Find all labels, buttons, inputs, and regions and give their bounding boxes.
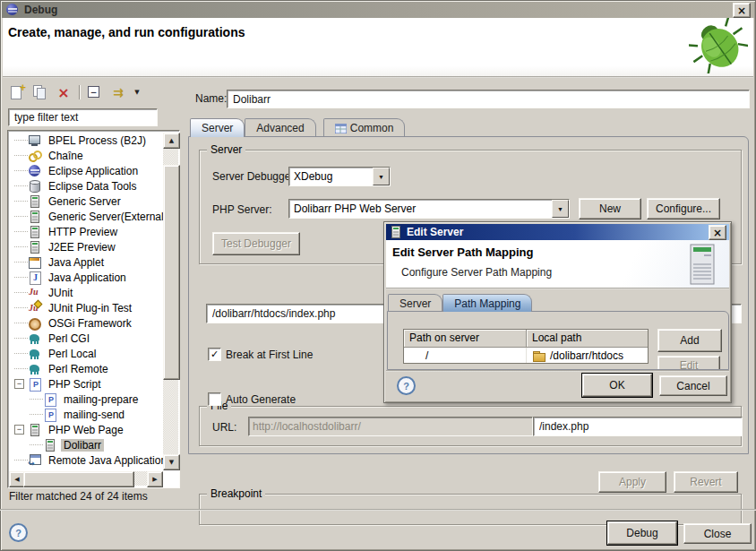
tab-common[interactable]: Common — [323, 118, 406, 137]
tree-item-label: Chaîne — [46, 150, 86, 162]
filter-input[interactable] — [13, 110, 153, 125]
tree-item-label: J2EE Preview — [46, 241, 118, 254]
tree-vertical-scrollbar[interactable]: ▲ ▼ — [163, 133, 178, 470]
tree-item-php-script[interactable]: −PHP Script — [9, 376, 163, 392]
tree-item-label: Perl Local — [46, 348, 99, 360]
osgi-icon — [28, 316, 42, 331]
url-path-input[interactable] — [537, 419, 738, 434]
edit-mapping-button[interactable]: Edit — [657, 356, 720, 370]
tree-guide-line — [14, 368, 28, 370]
collapse-all-icon[interactable] — [85, 83, 105, 101]
tree-expander-minus-icon[interactable]: − — [14, 379, 24, 389]
tree-guide-line — [14, 292, 28, 294]
tree-guide-line — [14, 353, 28, 355]
column-local-path[interactable]: Local path — [527, 330, 648, 348]
filter-dropdown-arrow-icon[interactable]: ▼ — [132, 83, 142, 101]
tree-item-cha-ne[interactable]: Chaîne — [9, 148, 163, 163]
footer-separator — [0, 509, 756, 511]
tree-item-junit-plug-in-test[interactable]: JUnit Plug-in Test — [9, 300, 163, 315]
tree-item-eclipse-data-tools[interactable]: Eclipse Data Tools — [9, 178, 163, 194]
configurations-toolbar: × ⇉ ▼ — [7, 82, 142, 102]
tab-server[interactable]: Server — [190, 118, 245, 137]
chain-icon — [28, 149, 42, 163]
database-icon — [28, 179, 42, 194]
ok-button[interactable]: OK — [582, 374, 652, 397]
tree-item-mailing-prepare[interactable]: mailing-prepare — [9, 392, 163, 407]
tree-item-osgi-framework[interactable]: OSGi Framework — [9, 315, 163, 331]
window-close-button[interactable]: × — [733, 3, 751, 18]
tree-item-perl-local[interactable]: Perl Local — [9, 346, 163, 361]
filter-icon[interactable]: ⇉ — [108, 83, 128, 101]
java-icon — [28, 271, 42, 285]
break-first-line-checkbox[interactable]: ✓ — [208, 348, 221, 361]
delete-config-icon[interactable]: × — [54, 83, 73, 101]
tree-item-java-applet[interactable]: Java Applet — [9, 254, 163, 270]
tree-horizontal-scrollbar[interactable]: ◀ ▶ — [9, 471, 163, 486]
name-input[interactable] — [231, 92, 745, 107]
applet-icon — [28, 255, 42, 270]
tree-scrollbar-thumb[interactable] — [163, 165, 180, 380]
tree-guide-line — [14, 262, 28, 263]
tree-item-bpel-process-b2j[interactable]: BPEL Process (B2J) — [9, 133, 163, 148]
tree-item-generic-server[interactable]: Generic Server — [9, 194, 163, 209]
test-debugger-button[interactable]: Test Debugger — [212, 232, 300, 255]
path-mapping-row[interactable]: //dolibarr/htdocs — [404, 348, 648, 363]
window-titlebar[interactable]: Debug × — [2, 2, 754, 18]
tab-dialog-server[interactable]: Server — [388, 294, 442, 312]
tree-item-java-application[interactable]: Java Application — [9, 270, 163, 285]
close-button[interactable]: Close — [683, 523, 752, 544]
tree-item-label: mailing-send — [61, 409, 127, 421]
tree-guide-line — [30, 414, 43, 416]
edit-server-heading: Edit Server Path Mapping — [392, 245, 533, 259]
php-icon — [28, 377, 42, 392]
edit-server-dialog: Edit Server × Edit Server Path Mapping C… — [383, 221, 732, 403]
configurations-tree-panel: BPEL Process (B2J)ChaîneEclipse Applicat… — [7, 130, 180, 488]
tree-item-generic-server-external-la[interactable]: Generic Server(External La — [9, 209, 163, 224]
column-path-on-server[interactable]: Path on server — [404, 330, 527, 348]
chevron-down-icon[interactable]: ▼ — [552, 200, 569, 218]
tree-item-perl-remote[interactable]: Perl Remote — [9, 361, 163, 376]
php-server-combo[interactable]: Dolibarr PHP Web Server ▼ — [288, 199, 570, 219]
auto-generate-checkbox[interactable] — [208, 392, 221, 406]
junit-plugin-icon — [28, 301, 42, 315]
tree-item-junit[interactable]: JUnit — [9, 285, 163, 300]
add-mapping-button[interactable]: Add — [657, 329, 722, 352]
debug-button[interactable]: Debug — [607, 521, 677, 545]
scroll-up-arrow-icon[interactable]: ▲ — [163, 133, 180, 149]
tree-item-http-preview[interactable]: HTTP Preview — [9, 224, 163, 239]
server-icon — [28, 240, 42, 254]
edit-server-close-button[interactable]: × — [709, 225, 726, 240]
server-debugger-combo[interactable]: XDebug ▼ — [288, 167, 391, 186]
new-server-button[interactable]: New — [579, 198, 641, 220]
scroll-down-arrow-icon[interactable]: ▼ — [163, 454, 180, 470]
tree-item-remote-java-application[interactable]: Remote Java Application — [9, 452, 163, 468]
tab-path-mapping[interactable]: Path Mapping — [442, 294, 532, 312]
edit-server-help-icon[interactable]: ? — [397, 376, 416, 395]
tree-item-dolibarr[interactable]: Dolibarr — [9, 437, 163, 452]
help-icon[interactable]: ? — [9, 523, 28, 542]
configure-server-button[interactable]: Configure... — [647, 198, 720, 220]
apply-button[interactable]: Apply — [598, 471, 666, 493]
edit-server-subheading: Configure Server Path Mapping — [401, 266, 552, 279]
tree-item-mailing-send[interactable]: mailing-send — [9, 407, 163, 422]
duplicate-config-icon[interactable] — [30, 83, 50, 101]
tab-advanced[interactable]: Advanced — [245, 118, 315, 137]
name-label: Name: — [195, 92, 227, 105]
cancel-button[interactable]: Cancel — [659, 375, 727, 396]
scroll-right-arrow-icon[interactable]: ▶ — [147, 471, 163, 487]
tree-hscrollbar-thumb[interactable] — [23, 471, 134, 487]
tree-item-perl-cgi[interactable]: Perl CGI — [9, 331, 163, 346]
filter-input-wrap — [8, 108, 158, 126]
tree-item-j2ee-preview[interactable]: J2EE Preview — [9, 239, 163, 254]
tree-expander-minus-icon[interactable]: − — [14, 425, 24, 435]
server-tower-image — [690, 244, 717, 285]
revert-button[interactable]: Revert — [674, 471, 738, 493]
new-config-icon[interactable] — [7, 83, 27, 101]
path-mapping-table: Path on server Local path //dolibarr/htd… — [403, 329, 649, 364]
tree-item-eclipse-application[interactable]: Eclipse Application — [9, 163, 163, 178]
chevron-down-icon[interactable]: ▼ — [373, 168, 390, 185]
page-title: Create, manage, and run configurations — [8, 25, 245, 39]
edit-server-titlebar[interactable]: Edit Server × — [386, 224, 729, 240]
tree-item-php-web-page[interactable]: −PHP Web Page — [9, 422, 163, 437]
toolbar-separator — [79, 85, 80, 99]
